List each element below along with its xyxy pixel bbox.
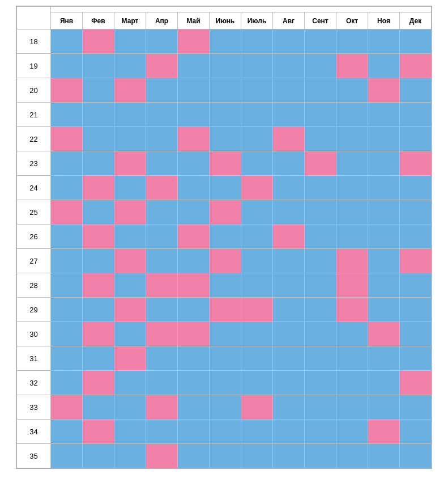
month-header-cell: Дек <box>400 12 432 29</box>
gender-cell <box>368 273 400 298</box>
month-header-cell: Авг <box>273 12 305 29</box>
gender-cell <box>51 225 83 249</box>
gender-cell <box>368 249 400 273</box>
gender-cell <box>241 225 273 249</box>
gender-cell <box>83 444 114 468</box>
gender-cell <box>146 273 178 298</box>
table-row: 20 <box>17 78 432 103</box>
gender-cell <box>114 176 146 200</box>
gender-cell <box>368 420 400 444</box>
gender-cell <box>178 54 210 78</box>
age-cell: 28 <box>17 273 51 298</box>
table-row: 19 <box>17 54 432 78</box>
data-body: 181920212223242526272829303132333435 <box>17 29 432 468</box>
gender-cell <box>210 322 241 346</box>
gender-cell <box>273 249 305 273</box>
chart-container: ЯнвФевМартАпрМайИюньИюльАвгСентОктНояДек… <box>16 6 432 469</box>
age-cell: 21 <box>17 103 51 127</box>
gender-cell <box>51 420 83 444</box>
gender-cell <box>368 346 400 371</box>
table-row: 24 <box>17 176 432 200</box>
gender-cell <box>146 249 178 273</box>
gender-cell <box>336 444 368 468</box>
gender-cell <box>146 225 178 249</box>
gender-cell <box>336 127 368 151</box>
gender-cell <box>336 103 368 127</box>
gender-cell <box>305 395 336 420</box>
gender-cell <box>114 298 146 322</box>
age-cell: 20 <box>17 78 51 103</box>
gender-cell <box>51 54 83 78</box>
gender-cell <box>305 200 336 225</box>
month-header-cell: Май <box>178 12 210 29</box>
age-cell: 31 <box>17 346 51 371</box>
gender-cell <box>273 322 305 346</box>
age-cell: 33 <box>17 395 51 420</box>
gender-cell <box>336 298 368 322</box>
gender-cell <box>114 78 146 103</box>
gender-cell <box>210 346 241 371</box>
gender-cell <box>210 395 241 420</box>
gender-cell <box>146 420 178 444</box>
gender-cell <box>241 78 273 103</box>
gender-cell <box>273 371 305 395</box>
table-row: 30 <box>17 322 432 346</box>
gender-cell <box>51 249 83 273</box>
gender-cell <box>210 298 241 322</box>
gender-cell <box>83 371 114 395</box>
gender-cell <box>305 346 336 371</box>
gender-cell <box>400 151 432 176</box>
months-row: ЯнвФевМартАпрМайИюньИюльАвгСентОктНояДек <box>17 12 432 29</box>
gender-cell <box>273 29 305 54</box>
gender-cell <box>273 127 305 151</box>
gender-cell <box>146 346 178 371</box>
gender-cell <box>400 103 432 127</box>
gender-cell <box>83 420 114 444</box>
gender-cell <box>305 371 336 395</box>
gender-cell <box>83 249 114 273</box>
month-header-cell: Янв <box>51 12 83 29</box>
gender-cell <box>210 225 241 249</box>
gender-cell <box>305 29 336 54</box>
gender-cell <box>273 78 305 103</box>
gender-cell <box>178 249 210 273</box>
gender-cell <box>241 200 273 225</box>
gender-cell <box>241 151 273 176</box>
gender-cell <box>178 127 210 151</box>
gender-cell <box>178 298 210 322</box>
month-header-cell: Июль <box>241 12 273 29</box>
gender-cell <box>400 54 432 78</box>
gender-cell <box>51 151 83 176</box>
table-row: 27 <box>17 249 432 273</box>
gender-cell <box>83 322 114 346</box>
gender-cell <box>178 103 210 127</box>
gender-cell <box>273 420 305 444</box>
gender-cell <box>51 346 83 371</box>
gender-cell <box>114 200 146 225</box>
gender-cell <box>336 395 368 420</box>
gender-cell <box>146 322 178 346</box>
gender-cell <box>400 29 432 54</box>
gender-cell <box>210 151 241 176</box>
gender-cell <box>83 29 114 54</box>
gender-cell <box>51 444 83 468</box>
month-header-cell: Март <box>114 12 146 29</box>
gender-cell <box>178 29 210 54</box>
age-cell: 29 <box>17 298 51 322</box>
age-cell: 34 <box>17 420 51 444</box>
gender-cell <box>305 273 336 298</box>
gender-cell <box>336 151 368 176</box>
gender-cell <box>336 346 368 371</box>
gender-cell <box>51 273 83 298</box>
gender-cell <box>178 200 210 225</box>
gender-cell <box>83 78 114 103</box>
table-row: 29 <box>17 298 432 322</box>
gender-cell <box>51 176 83 200</box>
gender-cell <box>114 249 146 273</box>
gender-cell <box>273 151 305 176</box>
gender-cell <box>241 395 273 420</box>
month-header-cell: Июнь <box>210 12 241 29</box>
gender-cell <box>114 322 146 346</box>
gender-cell <box>273 273 305 298</box>
gender-cell <box>210 420 241 444</box>
